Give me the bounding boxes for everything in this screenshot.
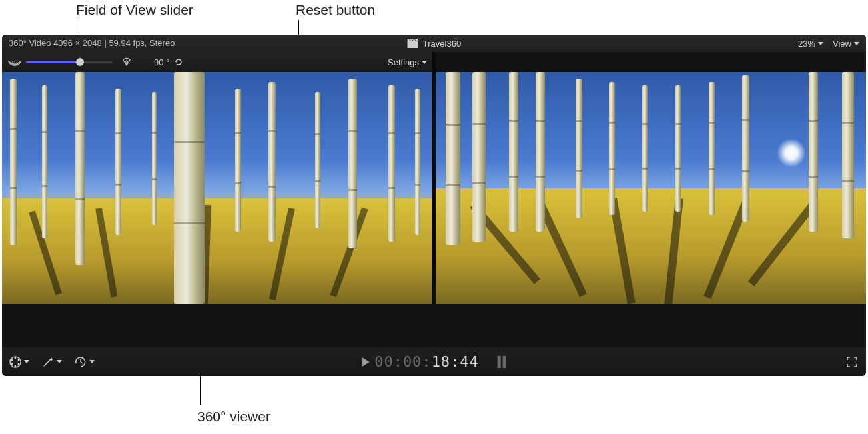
enhance-tools-dropdown[interactable] bbox=[41, 355, 62, 369]
audio-meter bbox=[498, 356, 506, 368]
reset-button[interactable] bbox=[173, 57, 184, 67]
timecode-lit: 18:44 bbox=[432, 353, 479, 370]
equirectangular-pane[interactable] bbox=[436, 72, 866, 304]
retime-tools-dropdown[interactable] bbox=[74, 355, 95, 369]
color-tools-dropdown[interactable] bbox=[9, 355, 29, 369]
callout-fov-label: Field of View slider bbox=[76, 2, 193, 18]
transport-bar: 00:00:18:44 bbox=[2, 347, 866, 376]
svg-point-15 bbox=[15, 357, 17, 359]
svg-line-21 bbox=[44, 359, 51, 366]
timecode-display[interactable]: 00:00:18:44 bbox=[374, 353, 479, 370]
chevron-down-icon bbox=[422, 61, 427, 64]
fov-value: 90 ° bbox=[154, 57, 169, 67]
right-toolbar-spacer bbox=[436, 52, 866, 72]
chevron-down-icon bbox=[24, 360, 29, 363]
slider-fill bbox=[26, 61, 78, 63]
chevron-down-icon bbox=[818, 42, 823, 45]
zoom-dropdown[interactable]: 23% bbox=[798, 39, 823, 49]
timecode-dim: 00:00: bbox=[374, 353, 431, 370]
svg-line-23 bbox=[81, 362, 83, 363]
svg-point-16 bbox=[18, 359, 20, 361]
info-bar: 360° Video 4096 × 2048 | 59.94 fps, Ster… bbox=[2, 35, 866, 53]
clip-info-text: 360° Video 4096 × 2048 | 59.94 fps, Ster… bbox=[9, 38, 175, 48]
lower-band bbox=[2, 304, 866, 347]
360-viewer-pane[interactable] bbox=[2, 72, 432, 304]
project-name: Travel360 bbox=[423, 39, 461, 49]
fov-toolbar: 90 ° Settings bbox=[2, 52, 434, 73]
svg-point-18 bbox=[15, 365, 17, 367]
chevron-down-icon bbox=[854, 42, 859, 45]
clapperboard-icon bbox=[407, 39, 418, 48]
view-dropdown[interactable]: View bbox=[833, 39, 859, 49]
play-button[interactable] bbox=[362, 357, 369, 367]
fov-wide-icon bbox=[7, 57, 22, 67]
chevron-down-icon bbox=[57, 360, 62, 363]
callout-viewer-label: 360° viewer bbox=[197, 409, 270, 425]
viewer-window: 360° Video 4096 × 2048 | 59.94 fps, Ster… bbox=[2, 35, 866, 376]
settings-label: Settings bbox=[388, 57, 419, 67]
svg-point-17 bbox=[18, 363, 20, 365]
callout-reset-label: Reset button bbox=[296, 2, 375, 18]
svg-rect-0 bbox=[407, 41, 418, 48]
fov-narrow-icon bbox=[119, 57, 134, 67]
svg-point-20 bbox=[11, 359, 13, 361]
settings-dropdown[interactable]: Settings bbox=[388, 52, 427, 72]
chevron-down-icon bbox=[89, 360, 95, 363]
zoom-value: 23% bbox=[798, 39, 815, 49]
svg-point-19 bbox=[11, 363, 13, 365]
fullscreen-button[interactable] bbox=[846, 356, 858, 368]
fov-slider[interactable] bbox=[26, 57, 113, 67]
slider-thumb[interactable] bbox=[76, 58, 84, 66]
view-label: View bbox=[833, 39, 851, 49]
